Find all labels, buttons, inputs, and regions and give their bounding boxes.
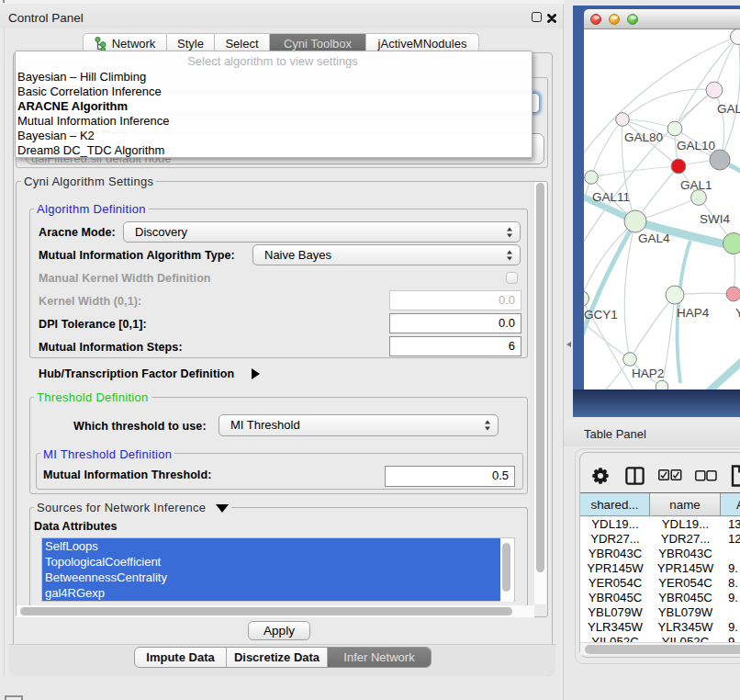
- apply-button[interactable]: Apply: [248, 621, 310, 640]
- dropdown-item[interactable]: Mutual Information Inference: [16, 114, 530, 129]
- dropdown-item[interactable]: Bayesian – Hill Climbing: [16, 70, 530, 85]
- node: [710, 150, 730, 170]
- table-horizontal-scrollbar-thumb[interactable]: [585, 645, 740, 654]
- expand-arrow-icon[interactable]: [252, 368, 260, 379]
- gear-icon[interactable]: [592, 468, 609, 484]
- column-header-name[interactable]: name: [650, 493, 721, 515]
- table-cell: [721, 547, 740, 561]
- table-cell: YBR045C: [580, 591, 650, 605]
- table-cell: YDL19...: [580, 517, 650, 532]
- dpi-tolerance-field[interactable]: 0.0: [389, 313, 521, 333]
- tab-discretize-data[interactable]: Discretize Data: [227, 648, 328, 667]
- minimize-traffic-light-icon[interactable]: [609, 14, 620, 25]
- table-row[interactable]: YDL19...YDL19...13: [580, 517, 740, 532]
- tab-select-label: Select: [225, 37, 258, 51]
- hub-definition-label[interactable]: Hub/Transcription Factor Definition: [39, 367, 234, 380]
- table-cell: YBR043C: [580, 547, 650, 561]
- zoom-traffic-light-icon[interactable]: [627, 14, 638, 25]
- dock-icon[interactable]: [5, 695, 23, 700]
- node-label: GCY1: [584, 308, 618, 322]
- new-file-icon[interactable]: [731, 465, 740, 488]
- table-row[interactable]: YLR345WYLR345W9.: [580, 620, 740, 635]
- node: [726, 287, 740, 301]
- table-cell: YLR345W: [580, 620, 650, 635]
- settings-vertical-scrollbar-thumb[interactable]: [536, 183, 544, 572]
- network-view[interactable]: GAL GAL80 GAL10 GAL1 GAL11 SWI4 GAL4 HAP…: [584, 29, 740, 390]
- panel-left-edge: [4, 28, 5, 676]
- node: [584, 291, 589, 307]
- tab-jactivemnodules-label: jActiveMNodules: [378, 37, 467, 51]
- network-window-frame-bottom: [573, 390, 740, 417]
- sources-title[interactable]: Sources for Network Inference: [34, 501, 231, 514]
- table-cell: 13: [721, 517, 740, 532]
- node: [691, 190, 707, 206]
- table-cell: YBL079W: [650, 605, 721, 620]
- list-item[interactable]: BetweennessCentrality: [42, 570, 501, 585]
- list-item[interactable]: TopologicalCoefficient: [42, 554, 501, 570]
- table-cell: YER054C: [580, 576, 650, 591]
- list-scrollbar[interactable]: [500, 538, 513, 602]
- mi-steps-field[interactable]: 6: [389, 336, 521, 356]
- stepper-icon: [506, 227, 512, 237]
- node-label: GAL10: [677, 139, 715, 152]
- tab-infer-network[interactable]: Infer Network: [328, 648, 431, 667]
- tab-impute-data[interactable]: Impute Data: [135, 648, 227, 667]
- table-row[interactable]: YPR145WYPR145W9.: [580, 561, 740, 576]
- list-item[interactable]: gal4RGexp: [42, 585, 501, 601]
- unchecked-columns-icon[interactable]: [695, 470, 719, 481]
- node: [616, 113, 630, 127]
- table-body: YDL19...YDL19...13 YDR27...YDR27...12 YB…: [580, 517, 740, 646]
- node: [723, 233, 740, 254]
- close-icon[interactable]: [547, 14, 556, 23]
- aracne-mode-combobox[interactable]: Discovery: [123, 221, 521, 243]
- which-threshold-label: Which threshold to use:: [73, 420, 207, 433]
- dropdown-item-selected[interactable]: ARACNE Algorithm: [16, 99, 530, 114]
- cyni-bottom-tabs: Impute Data Discretize Data Infer Networ…: [134, 647, 432, 668]
- close-icon-glyph: [547, 14, 556, 23]
- column-header-partial[interactable]: A: [721, 493, 740, 515]
- network-icon: [95, 37, 107, 51]
- network-graph: GAL GAL80 GAL10 GAL1 GAL11 SWI4 GAL4 HAP…: [584, 29, 740, 390]
- table-row[interactable]: YDR27...YDR27...12: [580, 532, 740, 547]
- table-horizontal-scrollbar[interactable]: [580, 642, 740, 655]
- table-row[interactable]: YBL079WYBL079W: [580, 605, 740, 620]
- dpi-tolerance-label: DPI Tolerance [0,1]:: [39, 318, 147, 331]
- cyni-algorithm-settings-title: Cyni Algorithm Settings: [21, 175, 156, 188]
- table-cell: YBR043C: [650, 547, 721, 561]
- mi-type-combobox[interactable]: Naive Bayes: [252, 244, 521, 265]
- node: [667, 121, 682, 136]
- control-panel-titlebar: Control Panel: [0, 4, 563, 28]
- stepper-icon: [506, 250, 512, 260]
- node-label: GAL1: [680, 178, 712, 192]
- list-scrollbar-thumb[interactable]: [502, 543, 510, 592]
- data-attributes-list: SelfLoops TopologicalCoefficient Between…: [41, 537, 515, 602]
- column-header-shared-name[interactable]: shared...: [580, 493, 650, 515]
- list-item[interactable]: SelfLoops: [42, 538, 501, 554]
- table-panel-titlebar: Table Panel: [564, 420, 740, 446]
- split-table-icon[interactable]: [625, 467, 645, 485]
- dropdown-item[interactable]: Basic Correlation Inference: [16, 85, 530, 99]
- dropdown-item[interactable]: Bayesian – K2: [16, 129, 530, 143]
- table-row[interactable]: YBR045CYBR045C9.: [580, 591, 740, 605]
- node-label: Y: [735, 306, 740, 320]
- mi-threshold-field[interactable]: 0.5: [385, 466, 515, 487]
- table-cell: 9.: [721, 620, 740, 635]
- stepper-icon: [484, 421, 490, 431]
- tab-network-label: Network: [112, 37, 156, 51]
- checked-columns-icon[interactable]: [658, 469, 682, 481]
- table-row[interactable]: YBR043CYBR043C: [580, 547, 740, 561]
- kernel-width-field[interactable]: 0.0: [389, 290, 521, 310]
- node: [671, 159, 686, 174]
- splitter-handle[interactable]: [566, 342, 571, 347]
- which-threshold-combobox[interactable]: MI Threshold: [219, 414, 499, 436]
- settings-horizontal-scrollbar[interactable]: [17, 605, 534, 617]
- settings-vertical-scrollbar[interactable]: [534, 182, 546, 604]
- settings-horizontal-scrollbar-thumb[interactable]: [20, 607, 512, 615]
- close-traffic-light-icon[interactable]: [590, 14, 601, 25]
- table-row[interactable]: YER054CYER054C8.: [580, 576, 740, 591]
- manual-kernel-checkbox[interactable]: [506, 272, 518, 284]
- collapse-arrow-icon: [216, 504, 229, 513]
- dropdown-item[interactable]: Dream8 DC_TDC Algorithm: [16, 143, 530, 158]
- network-window-titlebar[interactable]: [584, 9, 740, 29]
- float-window-icon[interactable]: [532, 12, 542, 22]
